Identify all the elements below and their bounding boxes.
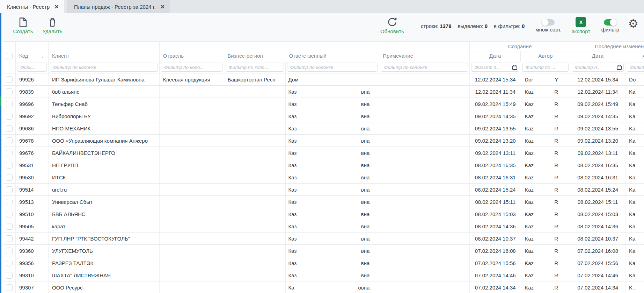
responsible-name-start: Каз <box>288 236 297 242</box>
table-row[interactable]: 99530 ИТСК Каз вна 08.02.2024 16:31 Kaz … <box>3 171 644 184</box>
client-filter-input[interactable] <box>50 63 158 72</box>
cell-modified-author: Do <box>625 73 644 85</box>
row-checkbox[interactable] <box>6 248 13 254</box>
calendar-icon[interactable] <box>512 65 517 71</box>
row-checkbox[interactable] <box>6 150 13 156</box>
table-row[interactable]: 99678 ООО «Управляющая компания Анжеро К… <box>3 135 644 147</box>
sort-desc-icon[interactable]: ↓ <box>42 53 44 59</box>
create-button[interactable]: Создать <box>8 16 38 34</box>
column-header-created-date[interactable]: Дата <box>470 51 521 62</box>
table-row[interactable]: 99307 ООО Ресурс Ка овна 07.02.2024 14:3… <box>3 281 644 293</box>
cell-note <box>379 196 470 208</box>
close-icon[interactable]: × <box>54 3 59 10</box>
row-checkbox[interactable] <box>6 162 13 169</box>
cell-code: 99307 <box>16 281 49 293</box>
responsible-name-end: вна <box>361 89 370 95</box>
export-button[interactable]: X экспорт <box>569 16 593 34</box>
column-header-responsible[interactable]: Ответственный <box>285 42 379 62</box>
created-author-filter-input[interactable] <box>522 63 569 72</box>
row-checkbox[interactable] <box>6 199 13 205</box>
row-checkbox[interactable] <box>6 113 13 120</box>
table-row[interactable]: 99676 БАЙКАЛИНВЕСТЭНЕРГО Каз вна 09.02.2… <box>3 147 644 159</box>
row-checkbox[interactable] <box>6 260 13 266</box>
table-row[interactable]: 99839 бвб альянс Каз вна 12.02.2024 11:3… <box>3 86 644 98</box>
industry-filter-input[interactable] <box>161 63 222 72</box>
calendar-icon[interactable] <box>617 65 622 71</box>
filter-toggle[interactable] <box>604 19 616 26</box>
cell-industry <box>160 257 224 269</box>
table-row[interactable]: 99513 Универсал Сбыт Каз вна 08.02.2024 … <box>3 196 644 208</box>
row-checkbox[interactable] <box>6 101 13 107</box>
cell-note <box>379 171 470 183</box>
close-icon[interactable]: × <box>161 3 165 10</box>
toolbar: Создать Удалить Обновить строки:1378 выд… <box>0 13 644 41</box>
cell-modified-author: K . <box>625 281 644 293</box>
cell-industry <box>160 281 224 293</box>
multisort-toggle-control[interactable]: множ.сорт. <box>534 16 563 33</box>
cell-industry: Клеевая продукция <box>160 73 224 85</box>
table-row[interactable]: 99686 НПО МЕХАНИК Каз вна 09.02.2024 13:… <box>3 122 644 135</box>
cell-modified-author: Ka <box>625 196 644 208</box>
table-row[interactable]: 99696 Тельфер Снаб Каз вна 09.02.2024 15… <box>3 98 644 110</box>
cell-created-author: Kaz R <box>521 122 570 134</box>
cell-created-author: Kaz R <box>521 269 570 281</box>
column-header-code[interactable]: Код ↓ <box>16 42 49 62</box>
note-filter-input[interactable] <box>381 63 468 72</box>
row-checkbox[interactable] <box>6 137 13 144</box>
row-checkbox[interactable] <box>6 235 13 242</box>
row-checkbox[interactable] <box>6 211 13 217</box>
row-checkbox[interactable] <box>6 284 13 291</box>
cell-note <box>379 135 470 146</box>
table-row[interactable]: 99531 НП ГРУПП Каз вна 08.02.2024 16:35 … <box>3 159 644 171</box>
column-header-created-author[interactable]: Автор <box>521 51 570 62</box>
row-checkbox[interactable] <box>6 223 13 230</box>
responsible-name-start: Каз <box>288 211 297 217</box>
responsible-name-start: Каз <box>288 113 297 119</box>
cell-modified-author: Ka <box>625 184 644 195</box>
select-all-checkbox[interactable] <box>6 53 13 59</box>
table-row[interactable]: 99926 ИП Зарифьянова Гульшат Камиловна К… <box>3 73 644 86</box>
table-row[interactable]: 99356 РАЗРЕЗ ТАЛТЭК Каз вна 07.02.2024 1… <box>3 257 644 269</box>
column-header-note[interactable]: Примечание <box>379 42 470 62</box>
row-checkbox[interactable] <box>6 88 13 95</box>
author-name-start: Kaz <box>525 101 534 107</box>
multisort-toggle[interactable] <box>542 19 555 26</box>
gear-icon[interactable]: ⚙ <box>628 18 638 30</box>
code-filter-input[interactable] <box>17 63 47 72</box>
cell-note <box>379 233 470 244</box>
table-row[interactable]: 99505 карат Каз вна 08.02.2024 14:36 Kaz… <box>3 220 644 233</box>
column-header-modified-date[interactable]: Дата <box>570 51 625 62</box>
column-header-modified-author[interactable]: Автор <box>625 51 644 62</box>
cell-region <box>224 257 286 269</box>
row-checkbox[interactable] <box>6 174 13 181</box>
column-header-industry[interactable]: Отрасль <box>160 42 224 62</box>
refresh-button[interactable]: Обновить <box>378 16 407 34</box>
responsible-name-end: вна <box>361 211 370 217</box>
column-header-region[interactable]: Бизнес-регион <box>224 42 286 62</box>
row-checkbox[interactable] <box>6 76 13 83</box>
row-checkbox[interactable] <box>6 186 13 193</box>
tab-sales-plans-2024[interactable]: Планы продаж - Реестр за 2024 г. × <box>67 0 170 13</box>
row-checkbox[interactable] <box>6 272 13 279</box>
responsible-filter-input[interactable] <box>287 63 378 72</box>
row-checkbox-cell <box>3 208 16 220</box>
modified-author-filter-input[interactable] <box>627 63 644 72</box>
table-row[interactable]: 99310 ШАХТА" ЛИСТВЯЖНАЯ Каз вна 07.02.20… <box>3 269 644 281</box>
region-filter-input[interactable] <box>226 63 284 72</box>
table-row[interactable]: 99510 БВБ АЛЬЯНС Каз вна 08.02.2024 15:0… <box>3 208 644 220</box>
cell-modified-author: Ka <box>625 147 644 159</box>
cell-industry <box>160 171 224 183</box>
filter-toggle-control[interactable]: фильтр <box>598 16 622 33</box>
tab-clients-registry[interactable]: Клиенты - Реестр × <box>0 0 64 13</box>
row-checkbox[interactable] <box>6 125 13 132</box>
cell-code: 99686 <box>16 122 49 134</box>
table-row[interactable]: 99692 Виброопоры БУ Каз вна 09.02.2024 1… <box>3 110 644 122</box>
left-scrollbar[interactable] <box>0 13 1 293</box>
table-row[interactable]: 99360 УЛУГХЕМУГОЛЬ Каз вна 07.02.2024 16… <box>3 245 644 257</box>
modified-date-filter-input[interactable] <box>572 63 624 72</box>
delete-button[interactable]: Удалить <box>38 16 67 34</box>
column-header-client[interactable]: Клиент <box>49 42 160 62</box>
table-row[interactable]: 99514 urel.ru Каз вна 08.02.2024 15:24 K… <box>3 184 644 196</box>
cell-code: 99514 <box>16 184 49 195</box>
table-row[interactable]: 99442 ГУП ЛНР "РТК "ВОСТОКУГОЛЬ" Каз вна… <box>3 233 644 245</box>
